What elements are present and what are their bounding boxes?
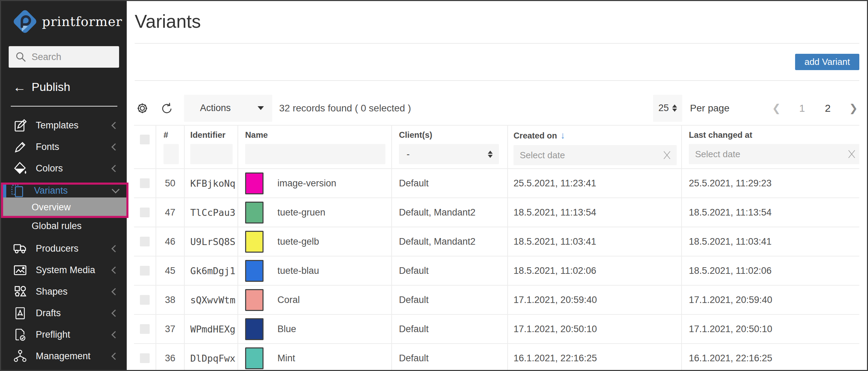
sort-desc-icon[interactable]: ↓	[560, 130, 565, 141]
row-clients: Default	[392, 344, 508, 370]
clear-date-icon[interactable]	[663, 150, 671, 160]
clients-filter-select[interactable]: -	[399, 144, 499, 164]
row-name: tuete-blau	[277, 265, 319, 276]
drafts-icon	[12, 305, 28, 321]
sidebar-item-drafts[interactable]: Drafts	[1, 302, 127, 324]
row-last-changed: 18.5.2021, 11:02:06	[682, 256, 859, 285]
sidebar-item-system-media[interactable]: System Media	[1, 259, 127, 281]
row-created-on: 17.1.2021, 20:50:10	[508, 315, 682, 343]
created-date-input[interactable]	[514, 150, 663, 161]
table-body: 50 KFBjkoNq image-version Default 25.5.2…	[134, 168, 859, 370]
sidebar-item-producers[interactable]: Producers	[1, 238, 127, 259]
row-checkbox[interactable]	[140, 178, 150, 188]
chevron-left-icon	[111, 288, 119, 295]
row-checkbox[interactable]	[140, 324, 150, 334]
clear-date-icon[interactable]	[848, 149, 856, 159]
row-created-on: 18.5.2021, 11:02:06	[508, 256, 682, 285]
select-stepper-icon	[672, 104, 677, 112]
sidebar-divider	[11, 106, 117, 107]
row-last-changed: 17.1.2021, 20:59:40	[682, 286, 859, 314]
row-name: tuete-gruen	[277, 207, 325, 218]
sidebar-search[interactable]	[9, 46, 119, 68]
table-row[interactable]: 47 TlCcPau3 tuete-gruen Default, Mandant…	[134, 197, 859, 227]
app-window: printformer ← Publish Templates	[0, 0, 868, 371]
select-all-checkbox[interactable]	[140, 135, 150, 144]
producers-icon	[12, 241, 28, 256]
next-page-button[interactable]: ❯	[848, 102, 859, 114]
row-identifier: sQXwvWtm	[185, 286, 238, 314]
changed-date-input[interactable]	[690, 149, 848, 160]
row-name: tuete-gelb	[277, 236, 319, 247]
row-checkbox[interactable]	[140, 208, 150, 217]
main-content: Variants add Variant Actions	[127, 1, 867, 370]
back-arrow-icon: ←	[13, 81, 26, 94]
sidebar-item-variants[interactable]: Variants	[1, 184, 127, 197]
row-checkbox[interactable]	[140, 295, 150, 305]
chevron-left-icon	[111, 266, 119, 273]
back-to-publish[interactable]: ← Publish	[13, 80, 70, 94]
changed-date-filter[interactable]	[689, 144, 859, 164]
row-checkbox[interactable]	[140, 237, 150, 246]
sidebar-item-colors[interactable]: Colors	[1, 158, 127, 179]
page-number-2[interactable]: 2	[822, 102, 834, 114]
color-swatch	[245, 289, 264, 311]
chevron-down-icon	[112, 186, 120, 194]
row-name: Mint	[277, 353, 295, 364]
header-name: Name	[238, 126, 392, 168]
identifier-filter-input[interactable]	[190, 144, 233, 164]
created-date-filter[interactable]	[514, 145, 677, 165]
sidebar-item-shapes[interactable]: Shapes	[1, 281, 127, 302]
dropdown-caret-icon	[258, 106, 264, 110]
row-clients: Default, Mandant2	[392, 198, 508, 227]
chevron-left-icon	[111, 352, 119, 360]
row-clients: Default	[392, 256, 508, 285]
name-filter-input[interactable]	[245, 144, 385, 164]
management-icon	[12, 348, 28, 364]
prev-page-button[interactable]: ❮	[770, 102, 782, 114]
chevron-left-icon	[111, 309, 119, 317]
row-created-on: 16.1.2021, 22:16:25	[508, 344, 682, 370]
printformer-logo-icon	[11, 8, 39, 35]
row-identifier: WPmdHEXg	[185, 315, 238, 343]
select-stepper-icon	[488, 151, 493, 158]
row-identifier: DlDpqFwx	[185, 344, 238, 370]
colors-icon	[12, 160, 28, 176]
settings-gear-icon[interactable]	[135, 101, 150, 116]
row-checkbox[interactable]	[140, 266, 150, 276]
header-clients: Client(s) -	[392, 126, 508, 168]
number-filter-input[interactable]	[164, 144, 179, 164]
shapes-icon	[12, 284, 28, 300]
active-item-indicator	[3, 184, 6, 197]
printformer-logo[interactable]: printformer	[11, 8, 122, 35]
table-row[interactable]: 50 KFBjkoNq image-version Default 25.5.2…	[134, 168, 859, 197]
color-swatch	[245, 260, 264, 282]
sidebar-subitem-global-rules[interactable]: Global rules	[1, 217, 127, 235]
table-row[interactable]: 45 Gk6mDgj1 tuete-blau Default 18.5.2021…	[134, 256, 859, 285]
table-row[interactable]: 38 sQXwvWtm Coral Default 17.1.2021, 20:…	[134, 285, 859, 314]
variants-table: # Identifier Name Client(s) -	[134, 125, 859, 370]
refresh-icon[interactable]	[159, 101, 174, 116]
page-number-1[interactable]: 1	[796, 102, 808, 114]
add-variant-button[interactable]: add Variant	[795, 54, 859, 70]
divider	[135, 80, 859, 81]
row-checkbox[interactable]	[140, 353, 150, 363]
search-input[interactable]	[32, 52, 115, 62]
row-created-on: 18.5.2021, 11:03:41	[508, 227, 682, 256]
table-header-row: # Identifier Name Client(s) -	[134, 126, 859, 168]
table-row[interactable]: 36 DlDpqFwx Mint Default 16.1.2021, 22:1…	[134, 343, 859, 370]
sidebar-item-management[interactable]: Management	[1, 345, 127, 367]
row-created-on: 18.5.2021, 11:13:54	[508, 198, 682, 227]
sidebar-item-fonts[interactable]: Fonts	[1, 136, 127, 158]
fonts-icon	[12, 139, 28, 155]
per-page-select[interactable]: 25	[653, 95, 682, 122]
table-row[interactable]: 37 WPmdHEXg Blue Default 17.1.2021, 20:5…	[134, 314, 859, 343]
sidebar-item-preflight[interactable]: Preflight	[1, 324, 127, 345]
sidebar-item-templates[interactable]: Templates	[1, 115, 127, 136]
header-created-on: Created on ↓	[508, 126, 682, 168]
chevron-left-icon	[111, 165, 119, 172]
table-row[interactable]: 46 U9LrSQ8S tuete-gelb Default, Mandant2…	[134, 227, 859, 256]
sidebar-subitem-overview[interactable]: Overview	[1, 197, 127, 217]
actions-dropdown[interactable]: Actions	[184, 95, 272, 122]
table-toolbar: Actions 32 records found ( 0 selected ) …	[135, 91, 859, 125]
row-last-changed: 18.5.2021, 11:13:54	[682, 198, 859, 227]
